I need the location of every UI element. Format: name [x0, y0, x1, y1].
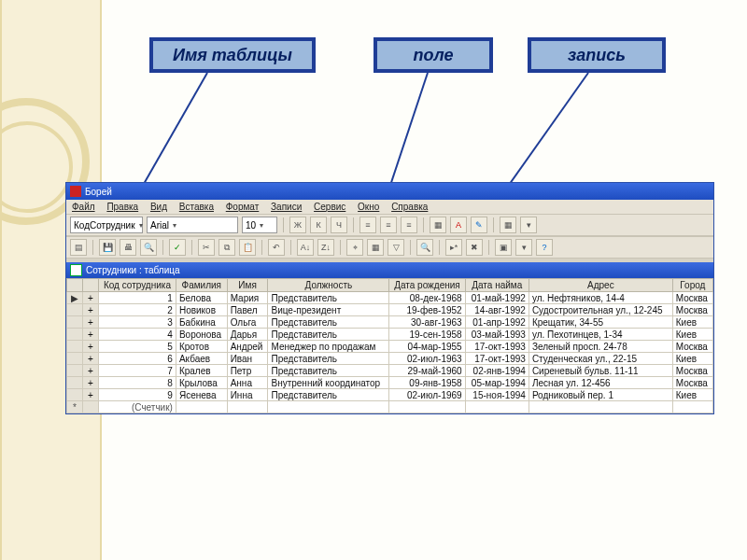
- cell-id[interactable]: 4: [99, 329, 176, 341]
- filter-toggle-button[interactable]: ▽: [388, 239, 404, 256]
- cell-dob[interactable]: 29-май-1960: [389, 365, 465, 377]
- cell-hire[interactable]: 14-авг-1992: [465, 304, 529, 316]
- cell-firstname[interactable]: Инна: [227, 389, 268, 401]
- cell-lastname[interactable]: Кротов: [176, 341, 227, 353]
- undo-button[interactable]: ↶: [268, 239, 285, 256]
- fill-color-button[interactable]: ▦: [430, 217, 446, 233]
- menu-help[interactable]: Справка: [391, 202, 428, 212]
- cell-id[interactable]: 7: [99, 365, 176, 377]
- cell-dob[interactable]: 02-июл-1963: [389, 353, 465, 365]
- line-color-button[interactable]: ✎: [471, 217, 487, 233]
- table-window-title-bar[interactable]: Сотрудники : таблица: [66, 262, 713, 278]
- cell-city[interactable]: Москва: [672, 365, 712, 377]
- col-dob[interactable]: Дата рождения: [389, 279, 465, 292]
- cell-address[interactable]: Крещатик, 34-55: [529, 316, 672, 329]
- cell-city[interactable]: Киев: [672, 389, 712, 401]
- expand-toggle[interactable]: +: [83, 304, 99, 316]
- menu-bar[interactable]: Файл Правка Вид Вставка Формат Записи Се…: [66, 200, 713, 214]
- cell-address[interactable]: Зеленый просп. 24-78: [529, 341, 672, 353]
- table-row[interactable]: ▶+1БеловаМарияПредставитель08-дек-196801…: [67, 292, 713, 304]
- cell-firstname[interactable]: Петр: [227, 365, 268, 377]
- cell-city[interactable]: Киев: [672, 329, 712, 341]
- cell-firstname[interactable]: Анна: [227, 377, 268, 389]
- cell-lastname[interactable]: Ясенева: [176, 389, 227, 401]
- filter-form-button[interactable]: ▦: [367, 239, 384, 256]
- align-center-button[interactable]: ≡: [380, 217, 397, 233]
- menu-service[interactable]: Сервис: [314, 202, 345, 212]
- cell-position[interactable]: Представитель: [268, 329, 389, 341]
- cell-hire[interactable]: 15-ноя-1994: [465, 389, 529, 401]
- cell-lastname[interactable]: Кралев: [176, 365, 227, 377]
- cell-address[interactable]: Сиреневый бульв. 11-11: [529, 365, 672, 377]
- font-color-button[interactable]: A: [450, 217, 467, 233]
- cell-hire[interactable]: 03-май-1993: [465, 329, 529, 341]
- align-left-button[interactable]: ≡: [359, 217, 376, 233]
- cell-id[interactable]: 5: [99, 341, 176, 353]
- cell-dob[interactable]: 19-сен-1958: [389, 329, 465, 341]
- table-row[interactable]: +3БабкинаОльгаПредставитель30-авг-196301…: [67, 316, 713, 329]
- cell-dob[interactable]: 02-июл-1969: [389, 389, 465, 401]
- cell-lastname[interactable]: Бабкина: [176, 316, 227, 329]
- table-row[interactable]: +6АкбаевИванПредставитель02-июл-196317-о…: [67, 353, 713, 365]
- new-object-button[interactable]: ▾: [515, 239, 532, 256]
- col-city[interactable]: Город: [672, 279, 712, 292]
- cell-position[interactable]: Представитель: [268, 292, 389, 304]
- cell-hire[interactable]: 17-окт-1993: [465, 341, 529, 353]
- cell-address[interactable]: Родниковый пер. 1: [529, 389, 672, 401]
- sort-asc-button[interactable]: A↓: [297, 239, 314, 256]
- row-selector[interactable]: [67, 353, 83, 365]
- spell-button[interactable]: ✓: [169, 239, 186, 256]
- table-row[interactable]: +4ВороноваДарьяПредставитель19-сен-19580…: [67, 329, 713, 341]
- col-hire[interactable]: Дата найма: [465, 279, 529, 292]
- cut-button[interactable]: ✂: [198, 239, 215, 256]
- row-selector[interactable]: [67, 365, 83, 377]
- cell-firstname[interactable]: Андрей: [227, 341, 268, 353]
- view-button[interactable]: ▤: [70, 239, 87, 256]
- db-window-button[interactable]: ▣: [495, 239, 512, 256]
- row-selector[interactable]: [67, 389, 83, 401]
- col-id[interactable]: Код сотрудника: [99, 279, 176, 292]
- save-button[interactable]: 💾: [99, 239, 116, 256]
- expand-toggle[interactable]: +: [83, 341, 99, 353]
- expand-toggle[interactable]: +: [83, 329, 99, 341]
- table-row[interactable]: +5КротовАндрейМенеджер по продажам04-мар…: [67, 341, 713, 353]
- cell-position[interactable]: Внутренний координатор: [268, 377, 389, 389]
- cell-position[interactable]: Представитель: [268, 353, 389, 365]
- cell-firstname[interactable]: Иван: [227, 353, 268, 365]
- cell-id[interactable]: 2: [99, 304, 176, 316]
- print-button[interactable]: 🖶: [120, 239, 136, 256]
- row-selector[interactable]: [67, 341, 83, 353]
- app-title-bar[interactable]: Борей: [66, 183, 713, 200]
- cell-city[interactable]: Москва: [672, 341, 712, 353]
- cell-firstname[interactable]: Павел: [227, 304, 268, 316]
- expand-header[interactable]: [83, 279, 99, 292]
- new-record-button[interactable]: ▸*: [445, 239, 462, 256]
- menu-insert[interactable]: Вставка: [179, 202, 214, 212]
- cell-hire[interactable]: 01-май-1992: [465, 292, 529, 304]
- underline-button[interactable]: Ч: [331, 217, 347, 233]
- cell-firstname[interactable]: Ольга: [227, 316, 268, 329]
- cell-id[interactable]: 6: [99, 353, 176, 365]
- cell-hire[interactable]: 05-мар-1994: [465, 377, 529, 389]
- cell-dob[interactable]: 30-авг-1963: [389, 316, 465, 329]
- table-row[interactable]: +2НовиковПавелВице-президент19-фев-19521…: [67, 304, 713, 316]
- data-grid[interactable]: Код сотрудника Фамилия Имя Должность Дат…: [66, 278, 713, 413]
- table-row[interactable]: +9ЯсеневаИннаПредставитель02-июл-196915-…: [67, 389, 713, 401]
- cell-address[interactable]: ул. Пехотинцев, 1-34: [529, 329, 672, 341]
- paste-button[interactable]: 📋: [239, 239, 256, 256]
- expand-toggle[interactable]: +: [83, 353, 99, 365]
- menu-format[interactable]: Формат: [226, 202, 260, 212]
- cell-city[interactable]: Киев: [672, 353, 712, 365]
- expand-toggle[interactable]: +: [83, 316, 99, 329]
- help-button[interactable]: ?: [536, 239, 553, 256]
- row-selector[interactable]: [67, 304, 83, 316]
- field-selector[interactable]: КодСотрудник: [70, 217, 143, 233]
- cell-firstname[interactable]: Дарья: [227, 329, 268, 341]
- cell-position[interactable]: Представитель: [268, 389, 389, 401]
- special-button[interactable]: ▾: [520, 217, 537, 233]
- cell-address[interactable]: Студенческая ул., 22-15: [529, 353, 672, 365]
- cell-dob[interactable]: 04-мар-1955: [389, 341, 465, 353]
- col-firstname[interactable]: Имя: [227, 279, 268, 292]
- row-selector[interactable]: ▶: [67, 292, 83, 304]
- cell-position[interactable]: Представитель: [268, 365, 389, 377]
